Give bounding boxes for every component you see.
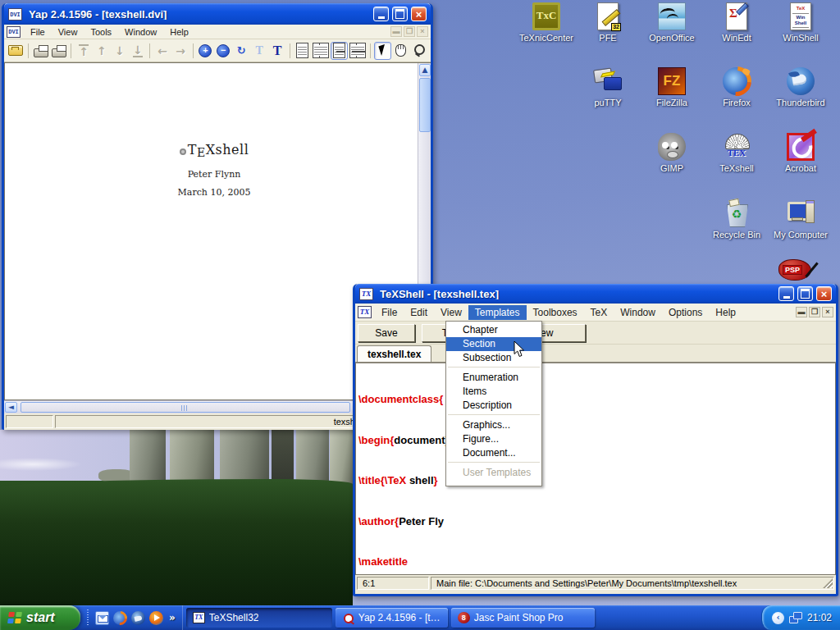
text-tool-icon[interactable]	[269, 42, 286, 60]
network-status-icon[interactable]	[789, 612, 802, 623]
zoom-out-icon[interactable]	[215, 42, 232, 60]
menu-item[interactable]: Window	[614, 305, 662, 320]
texshell-titlebar[interactable]: TX TeXShell - [texshell.tex] ×	[355, 284, 836, 304]
templates-menu-item[interactable]: Items	[446, 385, 541, 399]
desktop-icon[interactable]: TeXnicCenter	[514, 2, 578, 43]
print-all-icon[interactable]	[50, 42, 67, 60]
menu-item[interactable]: File	[24, 25, 52, 39]
mdi-minimize-button[interactable]: ▬	[796, 307, 807, 317]
save-button[interactable]: Save	[358, 324, 415, 342]
quick-launch-overflow-chevron[interactable]: »	[169, 613, 176, 623]
open-icon[interactable]	[7, 42, 25, 60]
continuous-view-icon[interactable]	[331, 42, 348, 60]
menu-item[interactable]: Options	[662, 305, 709, 320]
paint-shop-pro-desktop-icon[interactable]: PSP	[777, 258, 815, 284]
desktop-icon[interactable]: Recycle Bin	[705, 199, 769, 240]
desktop-icon[interactable]: puTTY	[576, 67, 640, 107]
mdi-restore-button[interactable]: ❒	[809, 307, 820, 317]
menu-item[interactable]: Window	[118, 25, 163, 39]
desktop-icon[interactable]: WinShell	[769, 2, 833, 43]
desktop-icon[interactable]: My Computer	[769, 199, 833, 240]
mdi-close-button[interactable]: ×	[822, 307, 833, 317]
desktop-icon[interactable]: PFE	[576, 2, 640, 43]
desktop-icon[interactable]: Firefox	[705, 67, 769, 107]
minimize-button[interactable]	[778, 286, 794, 301]
menu-item[interactable]: View	[434, 305, 468, 320]
last-page-icon[interactable]	[129, 42, 146, 60]
start-button[interactable]: start	[0, 605, 80, 630]
maximize-button[interactable]	[797, 286, 813, 301]
single-page-view-icon[interactable]	[294, 42, 311, 60]
desktop-icon[interactable]: Acrobat	[769, 133, 833, 173]
desktop-icon[interactable]: TeXshell	[705, 133, 769, 173]
ruler-tool-icon[interactable]	[251, 42, 268, 60]
desktop-icon[interactable]: WinEdt	[705, 2, 769, 43]
toolbar-button[interactable]	[190, 42, 196, 60]
forward-icon[interactable]	[172, 42, 189, 60]
desktop-icon[interactable]: GIMP	[640, 133, 704, 173]
tab-texshell-tex[interactable]: texshell.tex	[357, 345, 431, 362]
pointer-tool-icon[interactable]	[374, 42, 391, 60]
toolbar-button[interactable]	[147, 42, 153, 60]
templates-menu-item[interactable]: Graphics...	[446, 418, 541, 432]
menu-item[interactable]: Templates	[468, 305, 527, 320]
templates-menu-item[interactable]: Description	[446, 399, 541, 413]
templates-menu-item[interactable]: Chapter	[446, 323, 541, 337]
mdi-close-button[interactable]: ×	[417, 26, 428, 37]
toolbar-button[interactable]	[68, 42, 74, 60]
menu-item[interactable]: File	[375, 305, 404, 320]
continuous-facing-view-icon[interactable]	[349, 42, 367, 60]
media-player-icon[interactable]	[149, 611, 163, 625]
minimize-button[interactable]	[373, 7, 389, 21]
print-icon[interactable]	[32, 42, 49, 60]
toolbar-button[interactable]	[25, 42, 31, 60]
task-button[interactable]: TX TeXShell32	[186, 608, 332, 628]
horizontal-scroll-thumb[interactable]	[21, 402, 350, 413]
desktop-icon[interactable]: FileZilla	[640, 67, 704, 107]
menu-item[interactable]: Help	[709, 305, 742, 320]
facing-view-icon[interactable]	[312, 42, 330, 60]
templates-menu-item[interactable]: Section	[446, 337, 541, 351]
task-button[interactable]: 8 Jasc Paint Shop Pro	[451, 608, 595, 628]
vertical-scroll-thumb[interactable]	[419, 78, 431, 132]
mdi-minimize-button[interactable]: ▬	[390, 26, 402, 37]
firefox-small-icon[interactable]	[113, 611, 127, 625]
menu-item[interactable]: Edit	[404, 305, 434, 320]
prev-page-icon[interactable]	[94, 42, 111, 60]
resize-grip[interactable]	[823, 578, 833, 588]
hand-tool-icon[interactable]	[392, 42, 409, 60]
toolbar-grip[interactable]	[87, 609, 89, 626]
templates-menu-item[interactable]: Document...	[446, 446, 541, 460]
mdi-restore-button[interactable]: ❒	[404, 26, 415, 37]
desktop-icon[interactable]: OpenOffice	[640, 2, 704, 43]
toolbar-button[interactable]	[368, 42, 373, 60]
zoom-in-icon[interactable]	[197, 42, 214, 60]
first-page-icon[interactable]	[75, 42, 93, 60]
refresh-icon[interactable]	[233, 42, 250, 60]
menu-item[interactable]: Help	[163, 25, 195, 39]
menu-item[interactable]: Toolboxes	[527, 305, 584, 320]
desktop-icon[interactable]: Thunderbird	[769, 67, 833, 107]
scroll-up-button[interactable]: ▲	[419, 64, 431, 76]
menu-item[interactable]: TeX	[584, 305, 614, 320]
magnifier-tool-icon[interactable]	[410, 42, 427, 60]
templates-menu-item[interactable]: Enumeration	[446, 371, 541, 385]
templates-menu-item[interactable]: Figure...	[446, 432, 541, 446]
code-editor[interactable]: \documentclass{ \begin{document} \title{…	[355, 363, 836, 575]
templates-menu-item[interactable]: User Templates	[446, 466, 541, 480]
scroll-left-button[interactable]: ◄	[5, 402, 17, 413]
maximize-button[interactable]	[392, 7, 408, 21]
menu-item[interactable]: View	[52, 25, 84, 39]
toolbar-button[interactable]	[287, 42, 293, 60]
templates-menu-item[interactable]: Subsection	[446, 351, 541, 365]
close-button[interactable]: ×	[411, 7, 427, 21]
back-icon[interactable]	[154, 42, 171, 60]
hide-icons-chevron-icon[interactable]: ‹	[772, 612, 784, 624]
outlook-express-icon[interactable]	[95, 611, 109, 625]
task-button[interactable]: Yap 2.4.1596 - [texs...	[336, 608, 448, 628]
menu-item[interactable]: Tools	[84, 25, 118, 39]
close-button[interactable]: ×	[816, 286, 832, 301]
thunderbird-small-icon[interactable]	[131, 611, 145, 625]
yap-titlebar[interactable]: DVI Yap 2.4.1596 - [texshell.dvi] ×	[4, 3, 431, 25]
next-page-icon[interactable]	[111, 42, 128, 60]
